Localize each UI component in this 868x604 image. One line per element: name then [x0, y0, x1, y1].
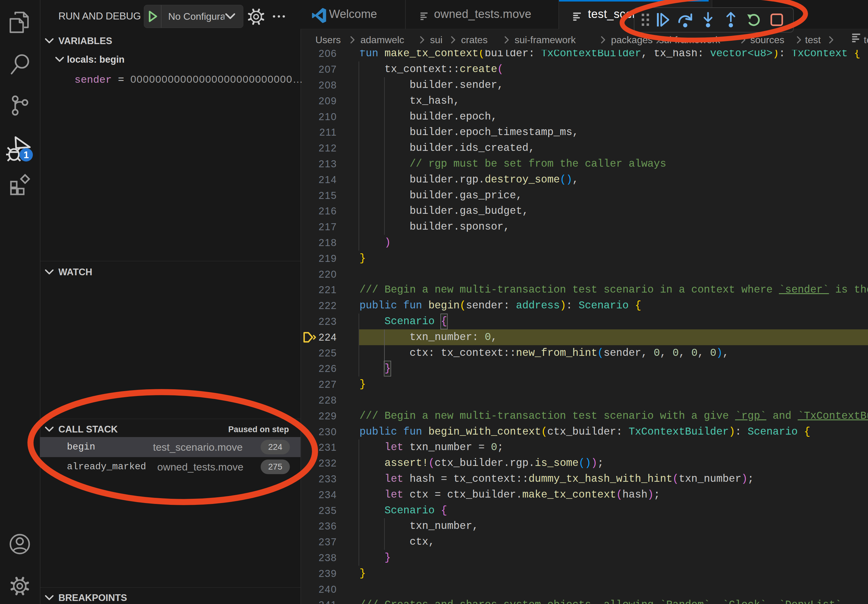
svg-text:1: 1 — [23, 150, 29, 160]
